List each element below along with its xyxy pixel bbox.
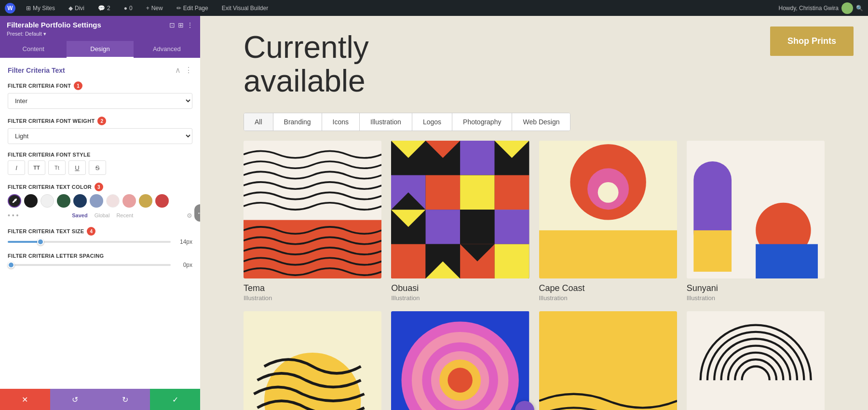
- portfolio-category-sunyani: Illustration: [687, 294, 825, 302]
- svg-point-30: [597, 182, 618, 203]
- panel-more-icon[interactable]: ⋮: [187, 21, 193, 29]
- user-menu[interactable]: Howdy, Christina Gwira 🔍: [779, 2, 863, 14]
- filter-tab-logos[interactable]: Logos: [412, 113, 452, 131]
- redo-button[interactable]: ↻: [100, 389, 150, 410]
- text-color-badge: 3: [95, 183, 103, 191]
- color-swatch-gold[interactable]: [139, 194, 152, 208]
- user-avatar: [841, 2, 853, 14]
- svg-point-46: [448, 368, 473, 393]
- letter-spacing-track: [8, 264, 171, 266]
- undo-button[interactable]: ↺: [50, 389, 100, 410]
- portfolio-name-cape-coast: Cape Coast: [539, 283, 677, 293]
- svg-rect-34: [693, 230, 732, 272]
- font-style-buttons: I TT Tt U S: [8, 160, 192, 175]
- global-tab[interactable]: Global: [95, 212, 110, 218]
- letter-spacing-slider-row: 0px: [8, 262, 192, 268]
- heading-line1: Currently: [244, 30, 369, 65]
- portfolio-item-8[interactable]: [687, 311, 825, 410]
- tab-content[interactable]: Content: [0, 41, 67, 58]
- portfolio-item-7[interactable]: [539, 311, 677, 410]
- panel-content: Filter Criteria Text ∧ ⋮ Filter Criteria…: [0, 58, 200, 389]
- portfolio-thumb-obuasi: [391, 141, 529, 278]
- filter-tab-webdesign[interactable]: Web Design: [512, 113, 570, 131]
- eyedropper-swatch[interactable]: [8, 194, 21, 208]
- shop-prints-button[interactable]: Shop Prints: [770, 26, 854, 56]
- color-swatch-pink[interactable]: [106, 194, 120, 208]
- font-field-group: Filter Criteria Font 1 Inter: [8, 81, 192, 109]
- font-select[interactable]: Inter: [8, 93, 192, 109]
- edit-page-menu[interactable]: ✏ Edit Page: [174, 3, 211, 13]
- section-title: Filter Criteria Text: [8, 66, 65, 74]
- uppercase-button[interactable]: TT: [28, 160, 45, 175]
- filter-tab-branding[interactable]: Branding: [273, 113, 322, 131]
- cancel-button[interactable]: ✕: [0, 389, 50, 410]
- color-more-dots[interactable]: • • •: [8, 212, 18, 219]
- text-size-thumb[interactable]: [37, 238, 44, 245]
- new-menu[interactable]: + New: [143, 3, 166, 13]
- color-settings-icon[interactable]: ⚙: [187, 212, 192, 219]
- color-tabs: Saved Global Recent: [72, 212, 133, 218]
- comments-menu[interactable]: 💬 2: [95, 3, 113, 13]
- filter-tab-photography[interactable]: Photography: [452, 113, 512, 131]
- panel-title: Filterable Portfolio Settings: [7, 21, 101, 29]
- save-button[interactable]: ✓: [150, 389, 200, 410]
- strikethrough-button[interactable]: S: [89, 160, 106, 175]
- resize-handle[interactable]: ↔: [194, 204, 200, 222]
- canvas-area: Shop Prints Currently available All Bran…: [200, 16, 868, 410]
- italic-button[interactable]: I: [8, 160, 25, 175]
- panel-header: Filterable Portfolio Settings ⊡ ⊞ ⋮ Pres…: [0, 16, 200, 41]
- tab-advanced[interactable]: Advanced: [134, 41, 200, 58]
- svg-rect-1: [244, 220, 381, 278]
- preset-selector[interactable]: Preset: Default ▾: [7, 31, 193, 37]
- svg-rect-6: [460, 141, 495, 175]
- underline-button[interactable]: U: [68, 160, 86, 175]
- color-swatch-green[interactable]: [57, 194, 70, 208]
- portfolio-item-cape-coast[interactable]: Cape Coast Illustration: [539, 141, 677, 302]
- color-swatch-red[interactable]: [155, 194, 169, 208]
- color-swatch-white[interactable]: [41, 194, 54, 208]
- font-style-field-group: Filter Criteria Font Style I TT Tt U S: [8, 152, 192, 175]
- portfolio-item-tema[interactable]: Tema Illustration: [244, 141, 381, 302]
- svg-rect-20: [391, 244, 426, 278]
- wordpress-icon[interactable]: W: [5, 3, 15, 13]
- color-swatch-blue[interactable]: [90, 194, 103, 208]
- section-more-button[interactable]: ⋮: [185, 66, 192, 75]
- svg-rect-14: [495, 175, 529, 210]
- collapse-button[interactable]: ∧: [175, 66, 181, 75]
- my-sites-menu[interactable]: ⊞ My Sites: [23, 3, 58, 13]
- portfolio-item-5[interactable]: [244, 311, 381, 410]
- font-weight-badge: 2: [97, 117, 106, 125]
- font-weight-field-group: Filter Criteria Font Weight 2 Light Regu…: [8, 117, 192, 144]
- color-swatch-dark[interactable]: [24, 194, 38, 208]
- panel-footer: ✕ ↺ ↻ ✓: [0, 389, 200, 410]
- color-tabs-row: • • • Saved Global Recent ⚙: [8, 212, 192, 219]
- font-weight-select[interactable]: Light Regular Medium Bold: [8, 128, 192, 144]
- comment-count-menu[interactable]: ● 0: [121, 3, 136, 13]
- portfolio-item-obuasi[interactable]: Obuasi Illustration: [391, 141, 529, 302]
- color-swatch-navy[interactable]: [73, 194, 87, 208]
- tab-design[interactable]: Design: [67, 41, 133, 58]
- portfolio-item-sunyani[interactable]: Sunyani Illustration: [687, 141, 825, 302]
- filter-tab-icons[interactable]: Icons: [322, 113, 360, 131]
- font-style-label: Filter Criteria Font Style: [8, 152, 192, 158]
- saved-tab[interactable]: Saved: [72, 212, 87, 218]
- filter-tab-illustration[interactable]: Illustration: [360, 113, 412, 131]
- color-swatch-rose[interactable]: [122, 194, 136, 208]
- filter-tab-all[interactable]: All: [244, 113, 273, 131]
- exit-builder-menu[interactable]: Exit Visual Builder: [219, 3, 271, 13]
- capitalize-button[interactable]: Tt: [48, 160, 66, 175]
- portfolio-name-sunyani: Sunyani: [687, 283, 825, 293]
- panel-layout-icon[interactable]: ⊞: [178, 21, 184, 29]
- portfolio-item-6[interactable]: ⋯: [391, 311, 529, 410]
- letter-spacing-thumb[interactable]: [8, 262, 14, 268]
- portfolio-name-obuasi: Obuasi: [391, 283, 529, 293]
- divi-menu[interactable]: ◆ Divi: [66, 3, 87, 13]
- search-icon[interactable]: 🔍: [856, 5, 863, 12]
- svg-rect-17: [460, 210, 495, 244]
- section-header: Filter Criteria Text ∧ ⋮: [8, 66, 192, 75]
- portfolio-thumb-7: [539, 311, 677, 410]
- panel-wireframe-icon[interactable]: ⊡: [169, 21, 175, 29]
- portfolio-thumb-6: [391, 311, 529, 410]
- recent-tab[interactable]: Recent: [116, 212, 133, 218]
- svg-rect-13: [460, 175, 495, 210]
